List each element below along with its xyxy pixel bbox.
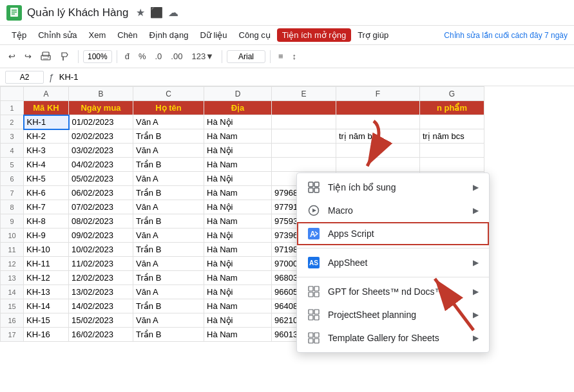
cell-b17[interactable]: 16/02/2023 xyxy=(69,328,133,342)
cell-d10[interactable]: Hà Nội xyxy=(204,229,272,243)
header-dia[interactable]: Địa xyxy=(204,101,272,115)
cell-b2[interactable]: 01/02/2023 xyxy=(69,115,133,129)
cell-b8[interactable]: 07/02/2023 xyxy=(69,200,133,214)
cell-b10[interactable]: 09/02/2023 xyxy=(69,229,133,243)
cell-c16[interactable]: Văn A xyxy=(133,313,204,328)
cell-b5[interactable]: 04/02/2023 xyxy=(69,158,133,172)
menu-tep[interactable]: Tệp xyxy=(6,28,32,42)
cell-d2[interactable]: Hà Nội xyxy=(204,115,272,129)
percent-button[interactable]: % xyxy=(135,50,149,63)
cell-c8[interactable]: Văn A xyxy=(133,200,204,214)
cell-g5[interactable] xyxy=(420,158,484,172)
align-left-button[interactable]: ≡ xyxy=(275,50,287,63)
cell-g4[interactable] xyxy=(420,144,484,158)
cell-c15[interactable]: Trần B xyxy=(133,299,204,313)
cell-reference[interactable]: A2 xyxy=(5,71,44,84)
col-header-g[interactable]: G xyxy=(420,87,484,101)
cell-d16[interactable]: Hà Nội xyxy=(204,313,272,328)
menu-dinhfmt[interactable]: Định dạng xyxy=(144,28,193,42)
header-hoten[interactable]: Họ tên xyxy=(133,101,204,115)
cell-c6[interactable]: Văn A xyxy=(133,172,204,186)
menu-item-apps-script[interactable]: A Apps Script xyxy=(297,222,489,245)
cell-d6[interactable]: Hà Nội xyxy=(204,172,272,186)
cell-c14[interactable]: Văn A xyxy=(133,285,204,299)
cell-d4[interactable]: Hà Nội xyxy=(204,144,272,158)
format-number-button[interactable]: 123▼ xyxy=(188,50,217,63)
cell-b6[interactable]: 05/02/2023 xyxy=(69,172,133,186)
cell-c11[interactable]: Trần B xyxy=(133,243,204,257)
folder-icon[interactable]: ⬛ xyxy=(150,6,163,19)
font-name-selector[interactable]: Arial xyxy=(227,50,265,63)
cell-d5[interactable]: Hà Nam xyxy=(204,158,272,172)
star-icon[interactable]: ★ xyxy=(136,6,145,19)
cell-b3[interactable]: 02/02/2023 xyxy=(69,129,133,144)
cell-a5[interactable]: KH-4 xyxy=(24,158,69,172)
cell-b15[interactable]: 14/02/2023 xyxy=(69,299,133,313)
col-header-d[interactable]: D xyxy=(204,87,272,101)
cell-a15[interactable]: KH-14 xyxy=(24,299,69,313)
header-sanpham[interactable]: n phẩm xyxy=(420,101,484,115)
cell-c4[interactable]: Văn A xyxy=(133,144,204,158)
col-header-f[interactable]: F xyxy=(336,87,420,101)
cell-a4[interactable]: KH-3 xyxy=(24,144,69,158)
cell-d17[interactable]: Hà Nam xyxy=(204,328,272,342)
cell-c3[interactable]: Trần B xyxy=(133,129,204,144)
cell-d14[interactable]: Hà Nội xyxy=(204,285,272,299)
cell-d12[interactable]: Hà Nội xyxy=(204,257,272,271)
redo-button[interactable]: ↪ xyxy=(21,50,35,63)
cell-d7[interactable]: Hà Nam xyxy=(204,186,272,200)
header-f[interactable] xyxy=(336,101,420,115)
col-header-b[interactable]: B xyxy=(69,87,133,101)
cell-c9[interactable]: Trần B xyxy=(133,214,204,229)
menu-congtcu[interactable]: Công cụ xyxy=(234,28,276,42)
cell-a13[interactable]: KH-12 xyxy=(24,271,69,285)
cell-b11[interactable]: 10/02/2023 xyxy=(69,243,133,257)
menu-dulieu[interactable]: Dữ liệu xyxy=(195,28,233,42)
undo-button[interactable]: ↩ xyxy=(5,50,19,63)
print-button[interactable] xyxy=(37,50,54,64)
cell-g2[interactable] xyxy=(420,115,484,129)
cell-a10[interactable]: KH-9 xyxy=(24,229,69,243)
col-header-e[interactable]: E xyxy=(272,87,336,101)
cell-d13[interactable]: Hà Nam xyxy=(204,271,272,285)
cell-a8[interactable]: KH-7 xyxy=(24,200,69,214)
header-mahkh[interactable]: Mã KH xyxy=(24,101,69,115)
cell-d3[interactable]: Hà Nam xyxy=(204,129,272,144)
decimal-down-button[interactable]: .0 xyxy=(152,50,166,63)
menu-tienich[interactable]: Tiện ích mở rộng xyxy=(277,28,351,42)
cell-a12[interactable]: KH-11 xyxy=(24,257,69,271)
cell-a17[interactable]: KH-16 xyxy=(24,328,69,342)
formula-input[interactable] xyxy=(59,72,569,82)
cell-d8[interactable]: Hà Nội xyxy=(204,200,272,214)
col-header-c[interactable]: C xyxy=(133,87,204,101)
cell-a16[interactable]: KH-15 xyxy=(24,313,69,328)
menu-item-macro[interactable]: Macro ▶ xyxy=(297,199,489,222)
cell-a2[interactable]: KH-1 xyxy=(24,115,69,129)
menu-trogiup[interactable]: Trợ giúp xyxy=(352,28,394,42)
menu-chen[interactable]: Chèn xyxy=(112,28,142,42)
cell-a7[interactable]: KH-6 xyxy=(24,186,69,200)
cell-a11[interactable]: KH-10 xyxy=(24,243,69,257)
cell-c5[interactable]: Trần B xyxy=(133,158,204,172)
cell-c17[interactable]: Trần B xyxy=(133,328,204,342)
currency-button[interactable]: đ xyxy=(122,50,133,63)
cell-b13[interactable]: 12/02/2023 xyxy=(69,271,133,285)
menu-chinhedit[interactable]: Chỉnh sửa xyxy=(33,28,82,42)
paint-format-button[interactable] xyxy=(57,50,73,64)
cell-b14[interactable]: 13/02/2023 xyxy=(69,285,133,299)
menu-item-appsheet[interactable]: AS AppSheet ▶ xyxy=(297,251,489,274)
cell-a6[interactable]: KH-5 xyxy=(24,172,69,186)
cell-d11[interactable]: Hà Nam xyxy=(204,243,272,257)
zoom-selector[interactable]: 100% xyxy=(83,50,112,63)
align-more-button[interactable]: ↕ xyxy=(289,50,300,63)
cell-c7[interactable]: Trần B xyxy=(133,186,204,200)
cell-a3[interactable]: KH-2 xyxy=(24,129,69,144)
decimal-up-button[interactable]: .00 xyxy=(167,50,186,63)
cell-d15[interactable]: Hà Nam xyxy=(204,299,272,313)
cell-g3[interactable]: trị năm bcs xyxy=(420,129,484,144)
header-ngaymua[interactable]: Ngày mua xyxy=(69,101,133,115)
cell-c12[interactable]: Văn A xyxy=(133,257,204,271)
cell-b12[interactable]: 11/02/2023 xyxy=(69,257,133,271)
cell-c2[interactable]: Văn A xyxy=(133,115,204,129)
menu-item-tienich-bosung[interactable]: Tiện ích bổ sung ▶ xyxy=(297,176,489,199)
